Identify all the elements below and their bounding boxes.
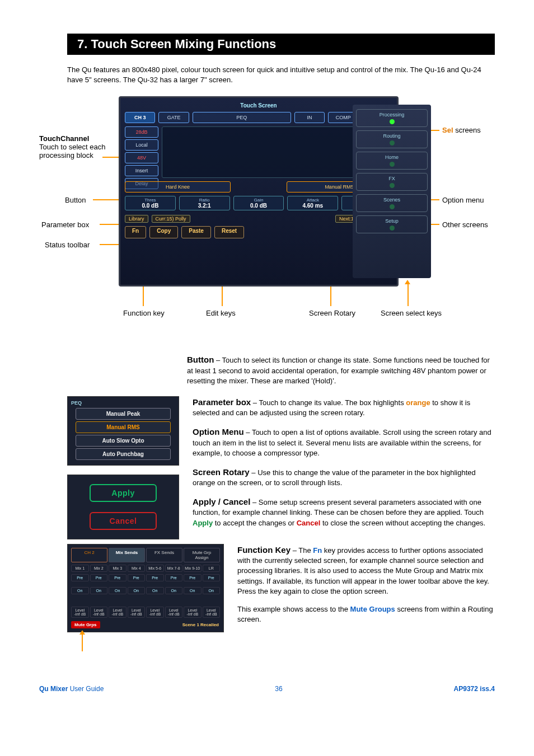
peq-block[interactable]: PEQ (193, 112, 291, 123)
option-list-screenshot: PEQ Manual PeakManual RMSAuto Slow OptoA… (67, 396, 179, 466)
parameter-value-box[interactable]: Ratio3.2:1 (179, 196, 230, 210)
apply-cancel-screenshot: Apply Cancel (67, 475, 179, 539)
callout-sel-prefix: Sel (442, 126, 453, 134)
pre-toggle[interactable]: Pre (71, 574, 89, 581)
pre-toggle[interactable]: Pre (109, 574, 127, 581)
level-cell[interactable]: Level-Inf dB (203, 607, 221, 618)
in-label: IN (294, 112, 325, 123)
curr-scene: Curr:15) Polly (152, 215, 190, 223)
level-cell[interactable]: Level-Inf dB (109, 607, 127, 618)
arrow-icon (82, 635, 83, 651)
on-toggle[interactable]: On (184, 587, 202, 594)
callout-touchchannel: TouchChannel (39, 134, 115, 143)
scene-recalled-text: Scene 1 Recalled (102, 621, 220, 628)
copy-key[interactable]: Copy (149, 226, 178, 238)
mix-header: Mix 3 (109, 565, 127, 572)
pre-toggle[interactable]: Pre (165, 574, 183, 581)
tab-fx-sends[interactable]: FX Sends (146, 548, 182, 562)
routing-select[interactable]: Routing (356, 130, 428, 148)
on-toggle[interactable]: On (109, 587, 127, 594)
processing-select[interactable]: Processing (356, 109, 428, 127)
mix-header: LR (203, 565, 221, 572)
section-heading: 7. Touch Screen Mixing Functions (67, 34, 495, 55)
parameter-value-box[interactable]: Gain0.0 dB (233, 196, 284, 210)
pre-toggle[interactable]: Pre (146, 574, 164, 581)
mix-header: Mix 7-8 (165, 565, 183, 572)
callout-button: Button (65, 196, 86, 204)
para-parameter-box: Parameter box – Touch to change its valu… (193, 396, 495, 418)
mute-grps-indicator[interactable]: Mute Grps (71, 621, 100, 628)
hard-knee-button[interactable]: Hard Knee (125, 181, 231, 192)
para-fn-example: This example shows access to the Mute Gr… (237, 604, 495, 624)
on-toggle[interactable]: On (71, 587, 89, 594)
mix-header: Mix 5-6 (146, 565, 164, 572)
doc-ref: AP9372 iss.4 (454, 685, 495, 693)
page-footer: Qu Mixer User Guide 36 AP9372 iss.4 (39, 685, 495, 693)
callout-function-key: Function key (123, 309, 165, 317)
compressor-type-option[interactable]: Auto Punchbag (76, 448, 171, 460)
on-toggle[interactable]: On (165, 587, 183, 594)
main-diagram: TouchChannel Touch to select each proces… (39, 96, 495, 337)
callout-edit-keys: Edit keys (206, 309, 236, 317)
peq-label: PEQ (71, 400, 175, 406)
para-function-key: Function Key – The Fn key provides acces… (237, 544, 495, 597)
parameter-value-box[interactable]: Thres0.0 dB (125, 196, 176, 210)
library-button[interactable]: Library (125, 215, 148, 223)
callout-parameter-box: Parameter box (41, 220, 89, 229)
scenes-select[interactable]: Scenes (356, 194, 428, 212)
level-cell[interactable]: Level-Inf dB (71, 607, 89, 618)
on-toggle[interactable]: On (146, 587, 164, 594)
gain-readout: 28dB (125, 126, 158, 138)
peq-graph[interactable] (162, 126, 367, 178)
on-toggle[interactable]: On (128, 587, 146, 594)
fn-key[interactable]: Fn (125, 226, 146, 238)
para-screen-rotary: Screen Rotary – Use this to change the v… (193, 466, 495, 488)
level-cell[interactable]: Level-Inf dB (90, 607, 108, 618)
callout-sel-suffix: screens (453, 126, 481, 134)
mix-header: Mix 2 (90, 565, 108, 572)
level-cell[interactable]: Level-Inf dB (165, 607, 183, 618)
insert-button[interactable]: Insert (125, 165, 158, 176)
level-cell[interactable]: Level-Inf dB (184, 607, 202, 618)
reset-key[interactable]: Reset (214, 226, 244, 238)
level-cell[interactable]: Level-Inf dB (128, 607, 146, 618)
callout-status-toolbar: Status toolbar (45, 241, 90, 249)
mix-header: Mix 9-10 (184, 565, 202, 572)
apply-button[interactable]: Apply (90, 484, 157, 502)
compressor-type-option[interactable]: Manual Peak (76, 408, 171, 420)
mix-header: Mix 4 (128, 565, 146, 572)
source-local[interactable]: Local (125, 139, 158, 151)
compressor-type-option[interactable]: Auto Slow Opto (76, 435, 171, 447)
routing-screenshot: CH 2 Mix Sends FX Sends Mute Grp Assign … (67, 544, 224, 632)
callout-option-menu: Option menu (442, 196, 484, 204)
phantom-48v[interactable]: 48V (125, 152, 158, 163)
page-number: 36 (275, 685, 282, 693)
channel-box[interactable]: CH 3 (125, 112, 155, 123)
intro-paragraph: The Qu features an 800x480 pixel, colour… (67, 65, 495, 85)
para-option-menu: Option Menu – Touch to open a list of op… (193, 426, 495, 458)
setup-select[interactable]: Setup (356, 215, 428, 233)
pre-toggle[interactable]: Pre (128, 574, 146, 581)
home-select[interactable]: Home (356, 152, 428, 170)
callout-screen-rotary: Screen Rotary (309, 309, 355, 317)
para-button: Button – Touch to select its function or… (187, 354, 495, 386)
fx-select[interactable]: FX (356, 173, 428, 191)
tab-mute-grp[interactable]: Mute Grp Assign (184, 548, 220, 562)
cancel-button[interactable]: Cancel (90, 512, 157, 530)
tab-mix-sends[interactable]: Mix Sends (109, 548, 145, 562)
gate-block[interactable]: GATE (158, 112, 189, 123)
pre-toggle[interactable]: Pre (90, 574, 108, 581)
compressor-type-option[interactable]: Manual RMS (76, 421, 171, 433)
tab-channel[interactable]: CH 2 (71, 548, 107, 562)
pre-toggle[interactable]: Pre (184, 574, 202, 581)
on-toggle[interactable]: On (90, 587, 108, 594)
hw-select-panel: Processing Routing Home FX Scenes Setup (353, 105, 431, 278)
pre-toggle[interactable]: Pre (203, 574, 221, 581)
level-cell[interactable]: Level-Inf dB (146, 607, 164, 618)
callout-screen-select-keys: Screen select keys (381, 309, 442, 317)
paste-key[interactable]: Paste (181, 226, 211, 238)
on-toggle[interactable]: On (203, 587, 221, 594)
callout-other-screens: Other screens (442, 220, 488, 229)
mix-header: Mix 1 (71, 565, 89, 572)
parameter-value-box[interactable]: Attack4.60 ms (287, 196, 338, 210)
